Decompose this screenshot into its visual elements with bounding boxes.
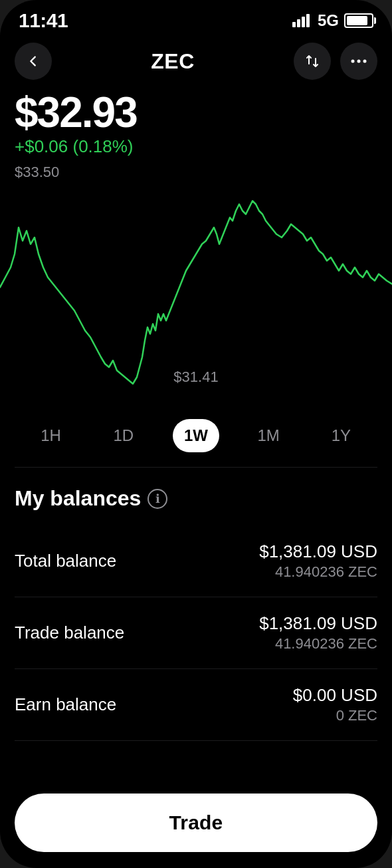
network-type: 5G xyxy=(318,11,339,30)
total-balance-usd: $1,381.09 USD xyxy=(259,541,377,562)
trade-balance-crypto: 41.940236 ZEC xyxy=(259,635,377,652)
page-title: ZEC xyxy=(151,49,195,74)
trade-balance-label: Trade balance xyxy=(15,623,124,643)
total-balance-values: $1,381.09 USD 41.940236 ZEC xyxy=(259,541,377,581)
info-icon[interactable]: ℹ xyxy=(147,489,167,509)
back-button[interactable] xyxy=(15,43,52,80)
chart-low-label: $31.41 xyxy=(173,368,218,386)
balance-row-earn: Earn balance $0.00 USD 0 ZEC xyxy=(15,669,377,741)
balances-section: My balances ℹ Total balance $1,381.09 US… xyxy=(0,468,392,741)
more-icon xyxy=(351,59,367,63)
earn-balance-usd: $0.00 USD xyxy=(293,685,377,706)
status-icons: 5G xyxy=(292,11,373,30)
svg-point-1 xyxy=(357,60,361,63)
phone-frame: 11:41 5G ZEC xyxy=(0,0,392,868)
status-bar: 11:41 5G xyxy=(0,0,392,37)
trade-section: Trade xyxy=(0,778,392,868)
total-balance-label: Total balance xyxy=(15,551,116,571)
balance-row-trade: Trade balance $1,381.09 USD 41.940236 ZE… xyxy=(15,597,377,669)
balances-title: My balances xyxy=(15,486,141,511)
price-section: $32.93 +$0.06 (0.18%) xyxy=(0,88,392,157)
more-button[interactable] xyxy=(340,43,377,80)
svg-point-2 xyxy=(363,60,367,63)
period-1h[interactable]: 1H xyxy=(28,419,74,452)
header-actions xyxy=(294,43,377,80)
back-icon xyxy=(26,54,41,69)
header: ZEC xyxy=(0,37,392,88)
trade-button[interactable]: Trade xyxy=(15,794,377,852)
period-1y[interactable]: 1Y xyxy=(318,419,364,452)
price-change: +$0.06 (0.18%) xyxy=(15,136,377,157)
current-price: $32.93 xyxy=(15,90,377,135)
period-1m[interactable]: 1M xyxy=(245,419,292,452)
battery-fill xyxy=(347,16,367,25)
svg-point-0 xyxy=(351,60,355,63)
section-title-row: My balances ℹ xyxy=(15,486,377,511)
trade-balance-usd: $1,381.09 USD xyxy=(259,613,377,634)
total-balance-crypto: 41.940236 ZEC xyxy=(259,563,377,581)
compare-button[interactable] xyxy=(294,43,331,80)
period-1w[interactable]: 1W xyxy=(173,419,219,452)
earn-balance-label: Earn balance xyxy=(15,694,116,715)
battery-icon xyxy=(344,13,373,28)
compare-icon xyxy=(304,53,320,69)
trade-balance-values: $1,381.09 USD 41.940236 ZEC xyxy=(259,613,377,652)
period-1d[interactable]: 1D xyxy=(100,419,147,452)
earn-balance-values: $0.00 USD 0 ZEC xyxy=(293,685,377,724)
signal-icon xyxy=(292,14,310,27)
status-time: 11:41 xyxy=(19,9,68,32)
balance-row-total: Total balance $1,381.09 USD 41.940236 ZE… xyxy=(15,525,377,597)
earn-balance-crypto: 0 ZEC xyxy=(293,707,377,724)
time-periods: 1H 1D 1W 1M 1Y xyxy=(0,407,392,467)
chart-section: $33.50 $31.41 xyxy=(0,157,392,407)
